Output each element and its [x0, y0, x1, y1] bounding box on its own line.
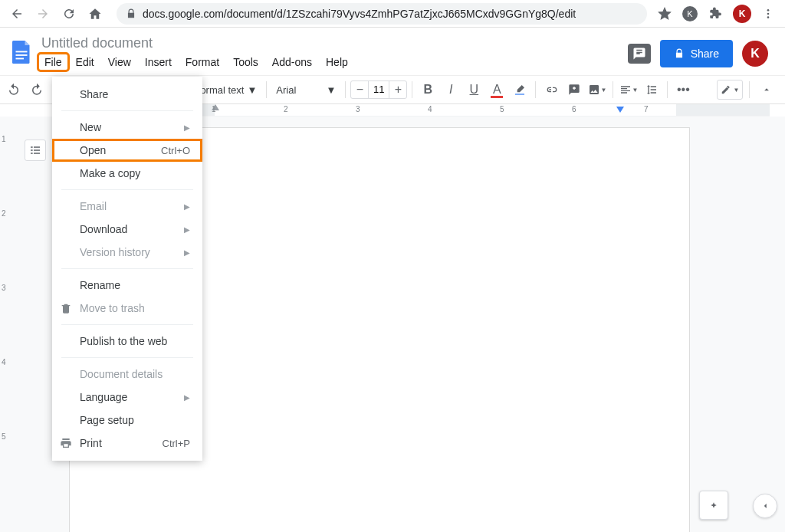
file-menu-move-to-trash[interactable]: Move to trash [52, 297, 202, 320]
submenu-arrow-icon: ▶ [184, 225, 190, 234]
hide-side-panel-button[interactable] [753, 494, 777, 518]
menu-edit[interactable]: Edit [70, 54, 100, 71]
font-size-decrease[interactable]: − [351, 83, 368, 97]
svg-point-1 [767, 12, 770, 15]
redo-button[interactable] [26, 79, 48, 100]
comments-icon[interactable] [628, 44, 651, 64]
underline-button[interactable]: U [463, 79, 484, 100]
svg-rect-3 [16, 51, 28, 53]
chevron-down-icon: ▼ [326, 84, 336, 96]
bold-button[interactable]: B [417, 79, 438, 100]
file-menu-document-details[interactable]: Document details [52, 363, 202, 386]
file-menu-new[interactable]: New▶ [52, 116, 202, 139]
file-menu-print[interactable]: PrintCtrl+P [52, 432, 202, 455]
submenu-arrow-icon: ▶ [184, 123, 190, 132]
kebab-icon[interactable] [762, 8, 774, 20]
menu-insert[interactable]: Insert [139, 54, 178, 71]
vertical-ruler: 12345 [2, 135, 6, 441]
profile-badge[interactable]: K [682, 6, 698, 21]
undo-button[interactable] [3, 79, 25, 100]
docs-logo-icon[interactable] [6, 34, 37, 71]
font-size-control[interactable]: − 11 + [350, 80, 407, 99]
collapse-toolbar-button[interactable] [756, 79, 777, 100]
omnibox[interactable]: docs.google.com/document/d/1ZSzcahi79Vyv… [117, 3, 647, 25]
docs-header: Untitled document File Edit View Insert … [0, 28, 785, 71]
menu-help[interactable]: Help [320, 54, 354, 71]
extensions-icon[interactable] [708, 7, 722, 21]
menu-view[interactable]: View [102, 54, 137, 71]
file-menu-email[interactable]: Email▶ [52, 195, 202, 218]
menu-file[interactable]: File [38, 54, 68, 71]
file-menu-share[interactable]: Share [52, 83, 202, 106]
insert-link-button[interactable] [540, 79, 562, 100]
submenu-arrow-icon: ▶ [184, 393, 190, 402]
svg-point-2 [767, 16, 770, 18]
browser-reload-button[interactable] [58, 3, 80, 25]
submenu-arrow-icon: ▶ [184, 202, 190, 211]
trash-icon [60, 302, 72, 314]
file-menu-dropdown: Share New▶ OpenCtrl+O Make a copy Email▶… [52, 77, 202, 461]
star-icon[interactable] [658, 7, 672, 21]
file-menu-rename[interactable]: Rename [52, 274, 202, 297]
italic-button[interactable]: I [440, 79, 461, 100]
line-spacing-button[interactable] [641, 79, 662, 100]
menu-bar: File Edit View Insert Format Tools Add-o… [37, 54, 628, 71]
menu-format[interactable]: Format [179, 54, 225, 71]
file-menu-page-setup[interactable]: Page setup [52, 409, 202, 432]
svg-point-0 [767, 9, 770, 11]
add-comment-button[interactable] [563, 79, 585, 100]
text-color-button[interactable]: A [486, 79, 507, 100]
submenu-arrow-icon: ▶ [184, 248, 190, 257]
explore-button[interactable] [699, 491, 728, 520]
editing-mode-button[interactable]: ▼ [717, 80, 743, 100]
lock-icon [126, 8, 136, 19]
menu-tools[interactable]: Tools [227, 54, 264, 71]
font-size-increase[interactable]: + [389, 83, 406, 97]
account-avatar[interactable]: K [742, 41, 768, 67]
file-menu-publish[interactable]: Publish to the web [52, 330, 202, 353]
browser-bar: docs.google.com/document/d/1ZSzcahi79Vyv… [0, 0, 785, 28]
file-menu-open[interactable]: OpenCtrl+O [52, 139, 202, 162]
file-menu-language[interactable]: Language▶ [52, 386, 202, 409]
browser-avatar[interactable]: K [733, 5, 751, 23]
browser-home-button[interactable] [84, 3, 106, 25]
print-icon [60, 437, 72, 449]
browser-forward-button[interactable] [32, 3, 54, 25]
more-button[interactable]: ••• [672, 79, 694, 100]
url-text: docs.google.com/document/d/1ZSzcahi79Vyv… [143, 8, 576, 20]
file-menu-download[interactable]: Download▶ [52, 218, 202, 241]
lock-icon [674, 48, 685, 59]
font-family-select[interactable]: Arial ▼ [271, 84, 340, 96]
svg-rect-5 [16, 58, 25, 60]
right-indent-marker[interactable] [616, 107, 624, 113]
svg-rect-4 [16, 54, 28, 56]
align-button[interactable]: ▼ [618, 79, 639, 100]
browser-back-button[interactable] [6, 3, 28, 25]
insert-image-button[interactable]: ▼ [586, 79, 608, 100]
chevron-down-icon: ▼ [247, 84, 257, 96]
highlight-button[interactable] [509, 79, 530, 100]
file-menu-version-history[interactable]: Version history▶ [52, 241, 202, 264]
share-button[interactable]: Share [660, 40, 733, 67]
menu-addons[interactable]: Add-ons [266, 54, 318, 71]
file-menu-make-copy[interactable]: Make a copy [52, 162, 202, 185]
document-outline-button[interactable] [25, 140, 46, 161]
font-size-value[interactable]: 11 [368, 81, 389, 98]
document-title[interactable]: Untitled document [37, 34, 628, 51]
